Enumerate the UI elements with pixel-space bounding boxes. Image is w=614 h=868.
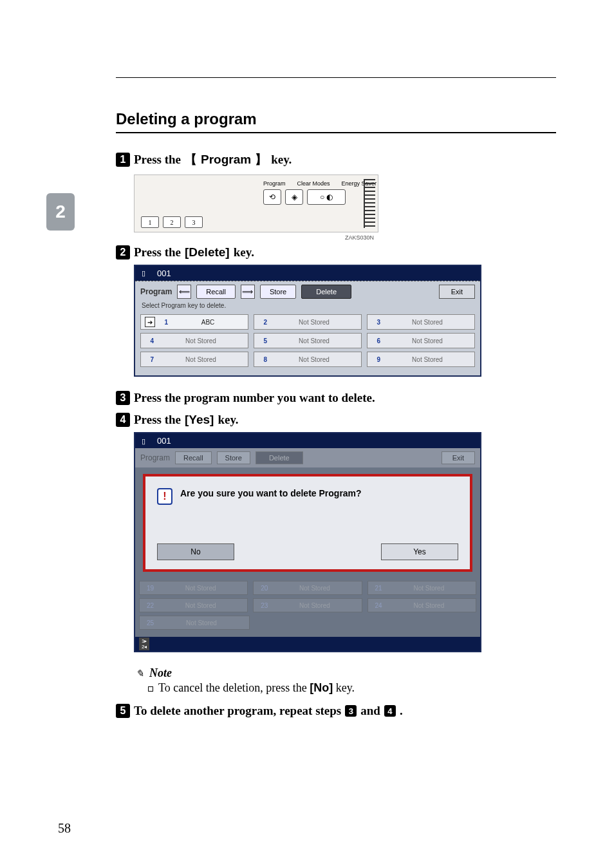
section-rule: [116, 132, 556, 133]
note-head: Note: [149, 666, 172, 680]
confirm-dialog: ! Are you sure you want to delete Progra…: [143, 474, 472, 572]
side-tab: 2: [46, 193, 75, 231]
step-number-4: 4: [116, 413, 130, 427]
screen-toolbar: Program ⟸ Recall ⟹ Store Delete Exit: [135, 281, 480, 302]
clear-modes-button[interactable]: ◈: [285, 189, 303, 205]
bg-slot: 19Not Stored: [139, 581, 248, 595]
bg-slot: 23Not Stored: [253, 598, 362, 612]
panel-caption: ZAKS030N: [345, 234, 374, 241]
bg-slot: 20Not Stored: [253, 581, 362, 595]
program-slot-9[interactable]: 9Not Stored: [367, 352, 475, 367]
lbracket-icon: 【: [185, 151, 197, 168]
numkey-1[interactable]: 1: [141, 216, 159, 228]
step-5-text-c: .: [400, 704, 403, 718]
step-2: 2 Press the [Delete] key. ▯ 001 Program …: [116, 245, 556, 377]
numkey-3[interactable]: 3: [185, 216, 203, 228]
store-button[interactable]: Store: [260, 285, 296, 299]
program-slot-5[interactable]: 5Not Stored: [254, 333, 362, 348]
numkey-2[interactable]: 2: [163, 216, 181, 228]
note-block: ✎ Note To cancel the deletion, press the…: [134, 666, 556, 695]
program-slot-4[interactable]: 4Not Stored: [140, 333, 248, 348]
arrow-right-icon: ➔: [145, 317, 155, 327]
program-slot-3[interactable]: 3Not Stored: [367, 314, 475, 330]
no-button[interactable]: No: [157, 543, 234, 560]
step-1-text-b: key.: [271, 153, 292, 167]
step-5: 5 To delete another program, repeat step…: [116, 704, 556, 718]
screen-title-code: 001: [157, 269, 171, 278]
panel-hinge-icon: [364, 179, 375, 228]
bullet-icon: [148, 686, 153, 692]
program-button[interactable]: ⟲: [263, 189, 281, 205]
step-5-text-b: and: [360, 704, 380, 718]
step-number-2: 2: [116, 245, 130, 259]
program-key-label: Program: [201, 153, 251, 167]
program-slot-2[interactable]: 2Not Stored: [254, 314, 362, 330]
panel-label-clear: Clear Modes: [297, 180, 330, 187]
dimmed-toolbar: Program Recall Store Delete Exit: [135, 448, 480, 467]
bg-slot: 21Not Stored: [367, 581, 476, 595]
panel-label-program: Program: [263, 180, 286, 187]
no-key-label: [No]: [310, 681, 333, 694]
step-2-text-a: Press the: [134, 245, 181, 259]
delete-button[interactable]: Delete: [301, 285, 351, 299]
rbracket-icon: 】: [255, 151, 267, 168]
confirm-screen: ▯001 Program Recall Store Delete Exit ! …: [134, 432, 481, 652]
yes-button[interactable]: Yes: [381, 543, 458, 560]
pencil-icon: ✎: [134, 668, 145, 679]
energy-saver-button[interactable]: ○ ◐: [307, 189, 346, 205]
control-panel-illustration: Program Clear Modes Energy Saver ⟲ ◈ ○ ◐…: [134, 175, 378, 232]
note-text-a: To cancel the deletion, press the: [158, 681, 310, 694]
program-slot-7[interactable]: 7Not Stored: [140, 352, 248, 367]
step-3: 3 Press the program number you want to d…: [116, 391, 556, 405]
screen-titlebar: ▯ 001: [135, 266, 480, 281]
program-slot-1[interactable]: ➔ 1 ABC: [140, 314, 248, 330]
dialog-message: Are you sure you want to delete Program?: [180, 488, 362, 498]
step-number-1: 1: [116, 153, 130, 167]
step-number-3: 3: [116, 391, 130, 405]
warning-icon: !: [157, 488, 172, 505]
recall-button[interactable]: Recall: [196, 285, 236, 299]
slot-num: 1: [159, 319, 168, 326]
step-5-text-a: To delete another program, repeat steps: [134, 704, 341, 718]
note-text-b: key.: [333, 681, 355, 694]
step-4-text-a: Press the: [134, 413, 181, 427]
step-4-text-b: key.: [218, 413, 238, 427]
program-grid: ➔ 1 ABC 2Not Stored 3Not Stored 4Not Sto…: [135, 312, 480, 375]
section-title: Deleting a program: [116, 110, 556, 128]
program-slot-8[interactable]: 8Not Stored: [254, 352, 362, 367]
ref-step-3: 3: [345, 705, 357, 717]
footer-indicator-icon: 1▸2◂: [139, 637, 149, 650]
store-right-icon[interactable]: ⟹: [241, 285, 255, 299]
step-1-text-a: Press the: [134, 153, 181, 167]
slot-label: ABC: [172, 319, 244, 326]
exit-button[interactable]: Exit: [439, 285, 475, 299]
recall-left-icon[interactable]: ⟸: [177, 285, 191, 299]
ref-step-4: 4: [384, 705, 396, 717]
bg-slot: 24Not Stored: [367, 598, 476, 612]
step-2-text-b: key.: [234, 245, 254, 259]
toolbar-program-label: Program: [140, 287, 172, 296]
confirm-titlebar: ▯001: [135, 433, 480, 448]
top-rule: [116, 77, 556, 78]
program-screen: ▯ 001 Program ⟸ Recall ⟹ Store Delete Ex…: [134, 265, 481, 377]
bg-slot: 22Not Stored: [139, 598, 248, 612]
screen-subtext: Select Program key to delete.: [135, 302, 480, 312]
bg-slot: 25Not Stored: [139, 616, 250, 630]
step-4: 4 Press the [Yes] key. ▯001 Program Reca…: [116, 413, 556, 695]
yes-key-label: [Yes]: [185, 413, 214, 427]
program-slot-6[interactable]: 6Not Stored: [367, 333, 475, 348]
page-number: 58: [58, 821, 71, 836]
step-1: 1 Press the 【 Program 】 key. Program Cle…: [116, 151, 556, 232]
step-number-5: 5: [116, 704, 130, 718]
step-3-text: Press the program number you want to del…: [134, 391, 375, 405]
delete-key-label: [Delete]: [185, 245, 230, 259]
screen-footer: 1▸2◂: [135, 637, 480, 651]
